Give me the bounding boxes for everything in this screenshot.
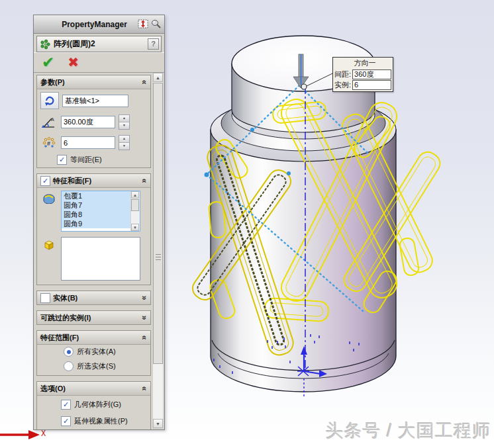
spin-up-icon: ▲ xyxy=(119,115,129,122)
property-manager-panel: PropertyManager 阵列(圆周)2 ? ✔ ✖ xyxy=(33,15,165,430)
list-item[interactable]: 圆角8 xyxy=(62,210,131,219)
section-label: 选项(O) xyxy=(40,384,140,394)
svg-text:#: # xyxy=(47,140,50,146)
help-button[interactable]: ? xyxy=(148,38,159,50)
instance-count-icon: # xyxy=(40,136,58,150)
feature-header: 阵列(圆周)2 ? xyxy=(36,36,162,52)
panel-actions: ✔ ✖ xyxy=(34,52,164,73)
section-label: 实体(B) xyxy=(53,293,140,303)
propagate-visual-label: 延伸视象属性(P) xyxy=(74,416,128,426)
scroll-thumb[interactable] xyxy=(131,199,139,211)
equal-spacing-label: 等间距(E) xyxy=(70,155,102,165)
solidworks-window: { "panel": { "title": "PropertyManager",… xyxy=(0,0,494,448)
x-axis-label: X xyxy=(41,429,46,439)
list-item[interactable]: 圆角7 xyxy=(62,201,131,210)
features-faces-checkbox[interactable]: ✓ xyxy=(40,176,50,186)
scroll-up-icon[interactable]: ▲ xyxy=(131,191,139,199)
expand-icon[interactable]: » xyxy=(140,316,150,320)
angle-icon: A xyxy=(40,116,58,129)
wrap-feature-icon xyxy=(40,191,58,204)
callout-spacing-label: 间距: xyxy=(334,69,351,79)
section-bodies: 实体(B) » xyxy=(36,291,151,305)
listbox-scrollbar[interactable]: ▲ ▼ xyxy=(130,191,140,231)
list-item[interactable]: 圆角9 xyxy=(62,219,131,228)
callout-title: 方向一 xyxy=(334,58,391,69)
scroll-grip[interactable] xyxy=(156,254,161,260)
section-label: 特征和面(F) xyxy=(53,176,140,186)
pattern-callout: 方向一 间距: 360度 实例: 6 xyxy=(332,57,393,92)
section-options-header[interactable]: 选项(O) « xyxy=(37,382,150,396)
pattern-axis-icon xyxy=(40,92,59,109)
section-parameters: 参数(P) « A ▲▼ xyxy=(36,75,151,168)
collapse-icon[interactable]: « xyxy=(140,80,150,85)
expand-icon[interactable]: » xyxy=(140,296,150,300)
section-skipped-instances: 可跳过的实例(I) » xyxy=(36,310,151,325)
equal-spacing-checkbox[interactable]: ✓ xyxy=(57,155,67,165)
count-spinner[interactable]: ▲▼ xyxy=(119,135,130,150)
section-parameters-header[interactable]: 参数(P) « xyxy=(37,75,150,89)
features-listbox[interactable]: 包覆1 圆角7 圆角8 圆角9 ▲ ▼ xyxy=(61,191,140,232)
panel-body: 参数(P) « A ▲▼ xyxy=(34,73,164,430)
instance-count-input[interactable] xyxy=(61,136,115,149)
angle-spinner[interactable]: ▲▼ xyxy=(119,114,130,130)
scroll-up-icon[interactable]: ▲ xyxy=(153,73,163,82)
section-skipped-instances-header[interactable]: 可跳过的实例(I) » xyxy=(37,311,150,324)
bodies-checkbox[interactable] xyxy=(40,293,50,303)
collapse-icon[interactable]: « xyxy=(140,336,150,340)
collapse-icon[interactable]: « xyxy=(140,179,150,183)
scroll-thumb[interactable] xyxy=(153,83,163,364)
axis-input[interactable] xyxy=(62,95,128,107)
spin-down-icon: ▼ xyxy=(119,122,129,129)
section-options: 选项(O) « ✓ 几何体阵列(G) ✓ 延伸视象属性(P) 完整预览(F) xyxy=(36,381,151,430)
x-axis-indicator xyxy=(0,430,40,439)
panel-titlebar: PropertyManager xyxy=(34,15,164,34)
circular-pattern-icon xyxy=(39,39,51,50)
angle-input[interactable] xyxy=(61,116,115,128)
section-feature-scope-header[interactable]: 特征范围(F) « xyxy=(37,331,150,345)
propagate-visual-checkbox[interactable]: ✓ xyxy=(61,416,71,426)
panel-title: PropertyManager xyxy=(36,20,136,29)
svg-text:A: A xyxy=(51,117,54,122)
collapse-icon[interactable]: « xyxy=(140,386,150,391)
ok-button[interactable]: ✔ xyxy=(42,54,54,71)
selected-bodies-label: 所选实体(S) xyxy=(77,361,116,371)
all-bodies-label: 所有实体(A) xyxy=(77,347,116,357)
watermark: 头条号 / 大国工程师 xyxy=(325,419,491,443)
auto-show-icon[interactable] xyxy=(138,19,149,29)
callout-instances-field[interactable]: 6 xyxy=(352,80,391,90)
geometry-pattern-label: 几何体阵列(G) xyxy=(74,400,121,410)
bodies-listbox[interactable] xyxy=(61,237,140,281)
geometry-pattern-checkbox[interactable]: ✓ xyxy=(61,400,71,410)
scroll-down-icon[interactable]: ▼ xyxy=(153,419,163,428)
callout-instances-label: 实例: xyxy=(334,80,351,90)
spin-down-icon: ▼ xyxy=(119,143,129,150)
list-item[interactable]: 包覆1 xyxy=(62,191,131,201)
selected-bodies-radio[interactable] xyxy=(64,361,74,371)
solid-body-icon xyxy=(40,237,58,251)
cancel-button[interactable]: ✖ xyxy=(68,54,79,70)
pushpin-icon[interactable] xyxy=(150,19,162,29)
all-bodies-radio[interactable] xyxy=(64,347,74,357)
section-label: 可跳过的实例(I) xyxy=(40,313,140,323)
callout-spacing-field[interactable]: 360度 xyxy=(352,69,391,79)
section-features-faces-header[interactable]: ✓ 特征和面(F) « xyxy=(37,174,150,188)
scroll-down-icon[interactable]: ▼ xyxy=(131,224,139,231)
section-label: 参数(P) xyxy=(40,77,140,87)
feature-name: 阵列(圆周)2 xyxy=(54,38,145,50)
section-features-faces: ✓ 特征和面(F) « 包覆1 圆角7 圆角8 圆角9 ▲ ▼ xyxy=(36,173,151,285)
section-bodies-header[interactable]: 实体(B) » xyxy=(37,291,150,304)
panel-scrollbar[interactable]: ▲ ▼ xyxy=(153,73,163,428)
section-label: 特征范围(F) xyxy=(40,333,140,343)
spin-up-icon: ▲ xyxy=(119,136,129,143)
section-feature-scope: 特征范围(F) « 所有实体(A) 所选实体(S) xyxy=(36,330,151,376)
